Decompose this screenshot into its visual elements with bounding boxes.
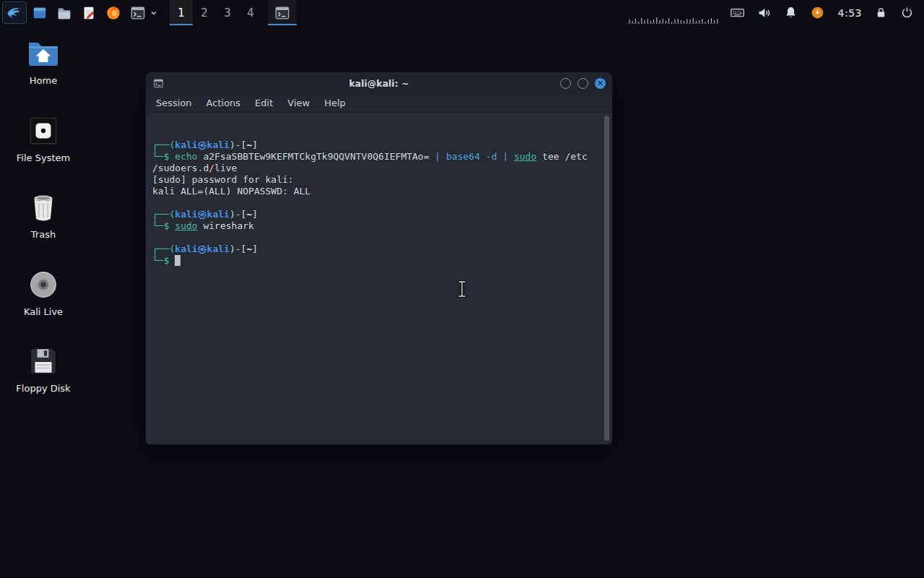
window-title: kali@kali: ~	[146, 78, 612, 89]
terminal-line	[152, 232, 606, 243]
terminal-line: ┌──(kali㉿kali)-[~]	[152, 243, 606, 255]
power-button[interactable]	[898, 4, 915, 22]
terminal-menubar: SessionActionsEditViewHelp	[146, 94, 612, 113]
applications-menu-button[interactable]	[2, 1, 27, 24]
terminal-scrollbar[interactable]	[604, 116, 609, 441]
terminal-line: /sudoers.d/live	[152, 163, 606, 174]
terminal-launcher[interactable]	[129, 4, 147, 22]
volume-indicator[interactable]	[756, 4, 773, 22]
desktop-icon-label: Home	[30, 75, 57, 86]
menu-edit[interactable]: Edit	[248, 95, 280, 111]
caret-down-icon	[150, 9, 157, 17]
close-button[interactable]: ✕	[595, 78, 606, 89]
terminal-line: [sudo] password for kali:	[152, 174, 606, 186]
trash-icon	[27, 192, 59, 223]
kali-logo-icon	[6, 3, 23, 23]
window-controls: ✕	[560, 78, 606, 89]
orange-status-icon	[810, 5, 825, 20]
menu-session[interactable]: Session	[149, 95, 199, 111]
desktop-icon-label: Floppy Disk	[16, 383, 70, 394]
desktop-icon-label: Kali Live	[24, 306, 63, 317]
terminal-titlebar[interactable]: kali@kali: ~ ✕	[146, 72, 612, 94]
workspace-switcher: 1234	[170, 0, 262, 25]
workspace-1[interactable]: 1	[170, 0, 193, 25]
filesystem-icon	[27, 116, 59, 146]
terminal-dropdown-button[interactable]	[149, 4, 158, 22]
panel-clock[interactable]: 4:53	[838, 7, 862, 19]
minimize-button[interactable]	[560, 78, 571, 89]
firefox-launcher[interactable]	[105, 4, 122, 22]
file-manager-icon	[56, 5, 72, 21]
panel-launchers	[31, 4, 158, 22]
desktop-icon-home[interactable]: Home	[9, 38, 78, 86]
terminal-icon	[274, 5, 290, 21]
workspace-4[interactable]: 4	[239, 0, 262, 25]
window-manager-launcher[interactable]	[31, 4, 48, 22]
notifications-indicator[interactable]	[783, 4, 800, 22]
terminal-line: ┌──(kali㉿kali)-[~]	[152, 209, 606, 220]
file-manager-launcher[interactable]	[56, 4, 73, 22]
top-panel: 1234 4:53	[0, 0, 924, 25]
lock-icon	[874, 6, 888, 20]
volume-icon	[757, 5, 772, 20]
terminal-text-cursor	[175, 255, 180, 266]
firefox-icon	[105, 5, 121, 21]
maximize-button[interactable]	[578, 78, 588, 89]
updates-indicator[interactable]	[809, 4, 827, 22]
window-icon	[32, 5, 48, 21]
desktop-icon-label: File System	[17, 152, 70, 163]
terminal-line	[152, 197, 606, 209]
keyboard-indicator[interactable]	[729, 4, 746, 22]
floppy-icon	[27, 346, 59, 376]
menu-view[interactable]: View	[280, 95, 317, 111]
disc-icon	[27, 269, 59, 300]
workspace-3[interactable]: 3	[216, 0, 239, 25]
terminal-line: └─$ sudo wireshark	[152, 220, 606, 232]
taskbar-terminal-window[interactable]	[268, 0, 297, 25]
lock-screen-button[interactable]	[872, 4, 889, 22]
terminal-icon	[130, 5, 146, 21]
activity-graph-icon[interactable]	[628, 0, 719, 25]
workspace-2[interactable]: 2	[193, 0, 216, 25]
terminal-output[interactable]: ┌──(kali㉿kali)-[~]└─$ echo a2FsaSBBTEw9K…	[146, 113, 612, 444]
terminal-line: └─$	[152, 255, 606, 267]
taskbar	[268, 0, 297, 25]
terminal-window: kali@kali: ~ ✕ SessionActionsEditViewHel…	[146, 72, 612, 444]
desktop-icon-label: Trash	[31, 229, 56, 240]
kali-logo-icon	[6, 3, 23, 20]
text-editor-launcher[interactable]	[80, 4, 97, 22]
menu-actions[interactable]: Actions	[199, 95, 248, 111]
desktop-icon-trash[interactable]: Trash	[9, 192, 78, 240]
keyboard-icon	[730, 5, 745, 20]
bell-icon	[783, 5, 798, 20]
menu-help[interactable]: Help	[317, 95, 353, 111]
home-folder-icon	[27, 38, 59, 69]
panel-status-icons	[729, 4, 827, 22]
desktop-icons: HomeFile SystemTrashKali LiveFloppy Disk	[9, 0, 78, 578]
panel-session-icons	[872, 4, 915, 22]
text-editor-icon	[81, 5, 97, 21]
desktop-icon-floppy[interactable]: Floppy Disk	[9, 346, 78, 394]
terminal-line: kali ALL=(ALL) NOPASSWD: ALL	[152, 186, 606, 197]
power-icon	[900, 6, 914, 20]
terminal-line: └─$ echo a2FsaSBBTEw9KEFMTCkgTk9QQVNTV0Q…	[152, 151, 606, 163]
desktop-icon-kali-live[interactable]: Kali Live	[9, 269, 78, 317]
terminal-line: ┌──(kali㉿kali)-[~]	[152, 139, 606, 151]
desktop-icon-filesystem[interactable]: File System	[9, 116, 78, 163]
